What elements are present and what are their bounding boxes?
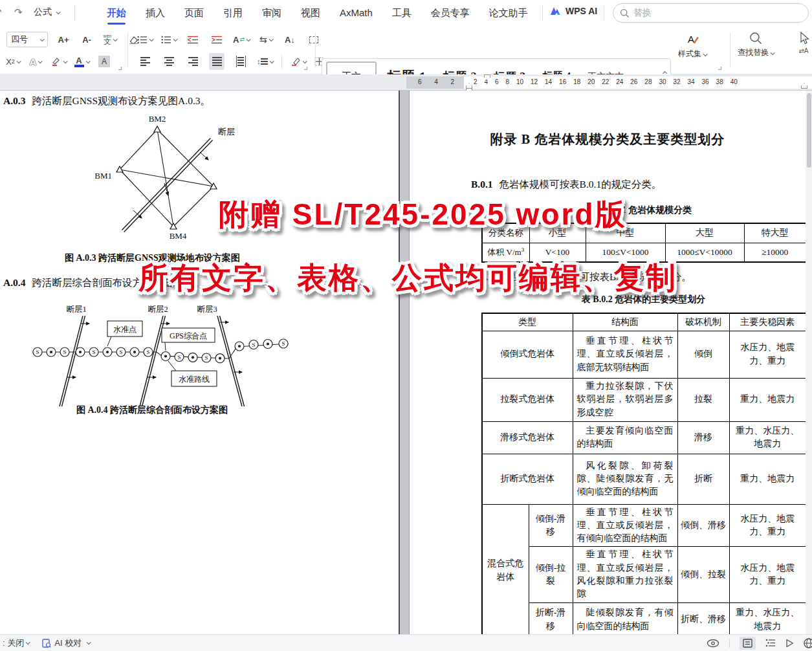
web-layout-icon[interactable] [804,638,812,648]
toolbar: 四号 A+ A- wén文 X2 A A A [0,26,812,74]
factors-cell: 重力、地震力 [729,454,806,504]
pinyin-guide-button[interactable]: wén文 [102,31,118,48]
tab-paper-helper[interactable]: 论文助手 [479,0,538,26]
search-icon [749,31,763,45]
divider [127,32,128,67]
page-left[interactable]: A.0.3跨活断层GNSS观测布设方案见图A.0.3。 BM2 BM1 [0,91,400,634]
tab-review[interactable]: 审阅 [252,0,291,26]
mechanism-cell: 倾倒、拉裂 [677,547,729,602]
scrollbar-thumb[interactable] [807,93,811,168]
watermark-line1 [219,195,627,235]
divider [315,32,316,67]
numbered-list-button[interactable] [161,31,177,48]
font-color-button[interactable]: A [74,53,89,70]
increase-indent-button[interactable] [209,31,225,48]
expand-group-icon[interactable] [718,67,721,70]
structure-cell: 垂直节理、柱状节理、直立或反倾岩层，底部无软弱结构面 [573,331,677,378]
superscript-button[interactable]: X2 [5,53,21,70]
type-group-cell: 混合式危岩体 [482,504,529,634]
ai-proofread-button[interactable]: AI 校对 [42,637,90,649]
subtype-cell: 倾倒-滑移 [529,504,573,547]
label-fault3: 断层3 [197,305,217,314]
font-size-select[interactable]: 四号 [6,32,48,47]
structure-cell: 垂直节理、柱状节理、直立或反倾岩层，风化裂隙和重力拉张裂隙 [573,547,677,602]
find-replace-button[interactable]: 查找替换 [738,31,774,58]
shading-button[interactable] [291,53,306,70]
chevron-down-icon [703,52,708,56]
table-row: 折断-滑移 陡倾裂隙发育，有倾向临空面的结构面 折断、滑移 重力、水压力、地震力 [482,602,806,634]
vertical-scrollbar[interactable] [806,91,812,634]
align-justify-button[interactable] [209,53,225,70]
numbered-list-icon [161,36,171,44]
distribute-button[interactable] [233,53,248,70]
text-effect-button[interactable]: A [28,53,43,70]
highlighter-button[interactable] [50,53,67,70]
decrease-font-button[interactable]: A- [79,31,94,48]
undo-icon[interactable]: ↶ [0,6,2,18]
chevron-down-icon [56,10,61,14]
ruler-number: 2 [474,78,477,85]
header-cell: 破坏机制 [677,313,729,331]
line-spacing-button[interactable]: ↕ [257,53,273,70]
ruler-number: 20 [587,78,595,85]
select-button[interactable]: ⇄A [797,31,810,54]
table-row: 滑移式危岩体 主要发育倾向临空面的结构面 滑移 重力、水压力、地震力 [482,421,806,454]
ruler-number: 40 [730,78,738,85]
tab-tools[interactable]: 工具 [382,0,421,26]
align-right-button[interactable] [185,53,201,70]
divider [730,32,730,67]
chevron-down-icon [87,640,91,645]
ruler-number: 8 [505,78,509,85]
ruler-number: 18 [573,78,580,85]
tab-insert[interactable]: 插入 [136,0,175,26]
indent-icon [212,36,222,44]
align-center-button[interactable] [161,53,177,70]
play-slideshow-icon[interactable] [785,639,794,648]
bullet-list-button[interactable] [137,31,153,48]
char-highlight-button[interactable]: A [96,53,112,70]
text-direction-button[interactable]: A⇄ [233,31,250,48]
divider [74,5,75,21]
tab-member[interactable]: 会员专享 [421,0,479,26]
ruler-number: 12 [531,78,538,85]
align-left-button[interactable] [137,53,153,70]
highlighter-icon [50,57,61,67]
page-right[interactable]: 附录 B 危岩体规模分类及主要类型划分 B.0.1危岩体规模可按表B.0.1的规… [409,91,806,634]
header-cell: 结构面 [573,313,677,331]
table-row: 倾倒式危岩体 垂直节理、柱状节理、直立或反倾岩层，底部无软弱结构面 倾倒 水压力… [482,331,806,378]
clause-number: B.0.1 [471,179,493,190]
style-set-button[interactable]: A 样式集 [678,32,707,60]
chevron-down-icon [149,37,154,41]
search-box[interactable]: 替换 [613,3,809,23]
wps-ai-button[interactable]: WPS AI [550,6,597,16]
mode-status[interactable]: : 关闭 [3,637,29,649]
tab-reference[interactable]: 引用 [214,0,252,26]
tab-view[interactable]: 视图 [291,0,330,26]
sort-button[interactable]: A↓ [282,31,298,48]
chevron-down-icon [113,37,118,41]
horizontal-ruler[interactable]: 642 246810121416182022242628303234363840 [0,74,812,91]
type-cell: 倾倒式危岩体 [482,331,573,378]
show-marks-button[interactable] [306,31,322,48]
tab-home[interactable]: 开始 [97,0,136,26]
increase-font-button[interactable]: A+ [56,31,71,48]
decrease-indent-button[interactable] [185,31,201,48]
table-row: 类型 结构面 破坏机制 主要失稳因素 [482,313,806,331]
shading-icon [291,57,301,66]
expand-group-icon[interactable] [118,67,122,70]
menubar: ↶ ↷ 公式 开始 插入 页面 引用 审阅 视图 AxMath 工具 会员专享 … [0,0,812,26]
expand-group-icon[interactable] [304,67,307,70]
tab-page[interactable]: 页面 [175,0,214,26]
redo-icon[interactable]: ↷ [14,6,23,18]
outline-view-icon[interactable] [765,639,776,647]
subtype-cell: 倾倒-拉裂 [529,547,573,602]
statusbar: : 关闭 AI 校对 [0,634,812,651]
ruler-number: 30 [659,78,666,85]
swap-button[interactable]: ⇆ [258,31,274,48]
ruler-number: 32 [673,78,680,85]
formula-dropdown[interactable]: 公式 [34,6,60,18]
eye-protection-icon[interactable] [707,639,719,648]
appendix-title: 附录 B 危岩体规模分类及主要类型划分 [410,131,806,148]
page-view-button[interactable] [740,637,756,650]
tab-axmath[interactable]: AxMath [330,0,382,26]
